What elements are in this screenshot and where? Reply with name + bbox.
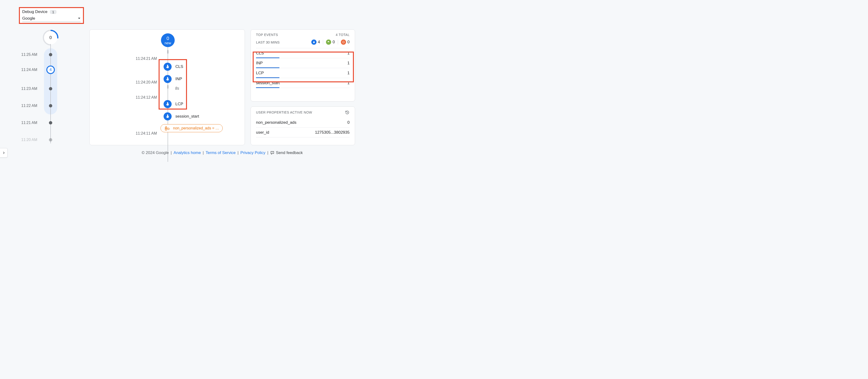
new-events-count: 0 — [166, 36, 169, 41]
chevron-down-icon — [78, 18, 81, 20]
stream-event-label: session_start — [176, 114, 199, 119]
chevron-right-icon — [2, 151, 5, 154]
minute-tick[interactable]: 11:20 AM — [21, 138, 83, 142]
top-event-name: LCP — [256, 71, 264, 76]
debug-device-selected: Google — [22, 16, 35, 21]
user-properties-card: USER PROPERTIES ACTIVE NOW non_personali… — [251, 107, 355, 145]
footer-copyright: © 2024 Google — [142, 150, 169, 155]
debug-device-dropdown[interactable]: Google — [22, 16, 81, 22]
minute-tick-label: 11:23 AM — [21, 87, 37, 91]
top-event-row[interactable]: session_start 1 — [256, 78, 350, 88]
user-property-value: 1275305...3802935 — [315, 130, 350, 135]
top-event-row[interactable]: INP 1 — [256, 58, 350, 68]
page-footer: © 2024 Google | Analytics home | Terms o… — [89, 150, 355, 155]
top-events-total: 4 TOTAL — [336, 33, 350, 37]
stream-event-label: CLS — [176, 64, 183, 69]
svg-point-5 — [167, 128, 169, 129]
minute-tick-label: 11:20 AM — [21, 138, 37, 142]
minute-tick-dot — [49, 104, 52, 108]
stream-event-label: INP — [176, 77, 182, 81]
seconds-label: 11:24:11 AM — [136, 131, 157, 136]
top-event-bar — [256, 87, 279, 88]
error-icon — [341, 39, 346, 45]
minute-radial-current: 0 — [44, 31, 57, 45]
user-property-name: user_id — [256, 130, 269, 135]
touch-icon — [163, 63, 172, 71]
minute-tick-dot — [49, 87, 52, 90]
top-events-card: TOP EVENTS 4 TOTAL LAST 30 MINS 4 0 — [251, 29, 355, 101]
debug-device-selector: Debug Device 1 Google — [19, 7, 84, 24]
minute-tick-label: 11:22 AM — [21, 104, 37, 108]
user-property-row[interactable]: user_id 1275305...3802935 — [256, 127, 350, 138]
expand-drawer-button[interactable] — [0, 148, 7, 157]
svg-rect-4 — [165, 129, 167, 130]
event-stream-card: 0 new 11:24:21 AM 11:24:20 AM 11:24:12 A… — [89, 29, 245, 145]
minute-radial-value: 0 — [50, 35, 52, 40]
minute-tick[interactable]: 11:23 AM — [21, 87, 83, 91]
minute-tick[interactable]: 11:22 AM — [21, 104, 83, 108]
debug-device-count: 1 — [50, 10, 57, 14]
minute-tick[interactable]: 11:24 AM 4 — [21, 68, 83, 72]
minute-tick-dot — [49, 121, 52, 124]
stream-event-cls[interactable]: CLS — [163, 63, 183, 71]
top-events-subtitle: LAST 30 MINS — [256, 40, 280, 44]
minute-tick-label: 11:24 AM — [21, 68, 37, 72]
user-property-row[interactable]: non_personalized_ads 0 — [256, 118, 350, 127]
touch-icon — [163, 112, 172, 120]
top-event-name: INP — [256, 61, 262, 65]
feedback-icon — [270, 151, 274, 155]
user-property-value: 0 — [347, 120, 350, 125]
stream-user-property-chip[interactable]: non_personalized_ads = … — [160, 124, 223, 132]
stream-gap-duration: 8s — [175, 86, 179, 91]
user-property-name: non_personalized_ads — [256, 120, 297, 125]
minute-tick-label: 11:25 AM — [21, 53, 37, 57]
footer-link-tos[interactable]: Terms of Service — [206, 150, 236, 155]
stream-gap-marker — [167, 85, 168, 89]
stream-event-lcp[interactable]: LCP — [163, 100, 183, 108]
footer-link-analytics-home[interactable]: Analytics home — [174, 150, 201, 155]
minute-tick[interactable]: 11:25 AM — [21, 53, 83, 57]
svg-rect-7 — [343, 42, 344, 42]
touch-icon — [163, 75, 172, 83]
top-event-row[interactable]: LCP 1 — [256, 68, 350, 78]
debug-device-title: Debug Device — [22, 9, 48, 14]
stream-gap-marker — [167, 50, 168, 54]
top-event-name: session_start — [256, 81, 280, 85]
debug-device-title-row: Debug Device 1 — [22, 9, 81, 14]
top-event-value: 1 — [347, 61, 350, 65]
minute-tick-dot: 4 — [46, 65, 55, 74]
stat-conversions: 0 — [326, 39, 335, 45]
send-feedback-button[interactable]: Send feedback — [270, 150, 303, 155]
stream-event-inp[interactable]: INP — [163, 75, 182, 83]
stream-user-property-label: non_personalized_ads = … — [173, 126, 219, 130]
top-event-value: 1 — [347, 81, 350, 85]
flag-icon — [326, 39, 331, 45]
new-events-label: new — [164, 41, 171, 45]
minute-tick-label: 11:21 AM — [21, 121, 37, 125]
top-event-value: 1 — [347, 71, 350, 76]
touch-icon — [311, 39, 316, 45]
history-icon[interactable] — [345, 110, 350, 115]
minute-tick-dot — [49, 138, 52, 142]
minute-tick[interactable]: 11:21 AM — [21, 121, 83, 125]
seconds-label: 11:24:12 AM — [136, 95, 157, 99]
top-events-title: TOP EVENTS — [256, 33, 278, 37]
shapes-icon — [164, 126, 171, 130]
stat-events: 4 — [311, 39, 320, 45]
top-event-value: 1 — [347, 51, 350, 56]
minute-tick-dot — [49, 53, 52, 56]
footer-link-privacy[interactable]: Privacy Policy — [240, 150, 266, 155]
stream-event-session-start[interactable]: session_start — [163, 112, 199, 120]
minute-track-line — [50, 44, 51, 143]
new-events-bubble[interactable]: 0 new — [161, 33, 175, 47]
touch-icon — [163, 100, 172, 108]
top-events-counts: 4 0 0 — [311, 39, 350, 45]
seconds-label: 11:24:21 AM — [136, 57, 157, 61]
seconds-label: 11:24:20 AM — [136, 80, 157, 84]
stream-event-label: LCP — [176, 102, 183, 107]
top-event-name: CLS — [256, 51, 264, 56]
user-properties-title: USER PROPERTIES ACTIVE NOW — [256, 111, 312, 114]
top-event-row[interactable]: CLS 1 — [256, 48, 350, 58]
stat-errors: 0 — [341, 39, 350, 45]
